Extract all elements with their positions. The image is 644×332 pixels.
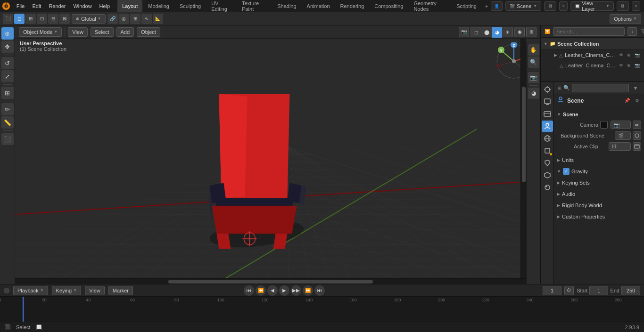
time-settings-btn[interactable]: ⏱ [564, 286, 574, 295]
outliner-sync-btn[interactable]: ↕ [627, 27, 637, 36]
select-menu-btn[interactable]: Select [91, 27, 114, 37]
shading-material[interactable]: ◕ [492, 27, 502, 38]
tab-layout[interactable]: Layout [117, 0, 142, 12]
outliner-filter-btn[interactable] [640, 27, 644, 36]
overlay-btn[interactable]: ◉ [514, 27, 525, 37]
vr-hand-tool[interactable]: ✋ [528, 44, 539, 56]
outliner-vis-1[interactable]: 👁 [618, 62, 624, 69]
toolbar-icon-graph[interactable]: ∿ [141, 14, 152, 24]
outliner-render-0[interactable]: 📷 [634, 52, 640, 58]
prop-gravity-header[interactable]: ▼ ✓ Gravity [557, 166, 641, 177]
scene-avatar[interactable]: 👤 [491, 1, 503, 11]
shading-solid[interactable]: ⬤ [481, 27, 492, 38]
menu-help[interactable]: Help [96, 0, 114, 12]
object-mode-btn[interactable]: Object Mode ▼ [19, 27, 62, 37]
scene-copy-btn[interactable]: ⧉ [544, 1, 556, 11]
prop-camera-edit[interactable]: ✏ [633, 121, 641, 129]
prop-icon-object[interactable] [542, 145, 553, 156]
outliner-vis-0[interactable]: 👁 [618, 52, 624, 58]
view-layer-selector[interactable]: 🔲 View Layer ▼ [570, 1, 614, 11]
tab-scripting[interactable]: Scripting [452, 0, 481, 12]
timeline-record-btn[interactable] [4, 288, 9, 293]
marker-btn[interactable]: Marker [108, 286, 133, 295]
toolbar-icon3[interactable]: ⊞ [25, 14, 36, 24]
menu-edit[interactable]: Edit [28, 0, 45, 12]
options-btn[interactable]: Options ▼ [610, 14, 641, 24]
toolbar-icon5[interactable]: ⊟ [48, 14, 58, 24]
outliner-sel-0[interactable]: ⊕ [626, 52, 632, 58]
prop-icon-output[interactable] [542, 96, 553, 107]
prop-icon-modifier[interactable] [542, 157, 553, 169]
tab-geometry-nodes[interactable]: Geometry Nodes [409, 0, 451, 12]
toolbar-snap[interactable]: 🔗 [107, 14, 118, 24]
toolbar-icon4[interactable]: ⊡ [37, 14, 47, 24]
tab-sculpting[interactable]: Sculpting [175, 0, 206, 12]
outliner-render-1[interactable]: 📷 [634, 62, 640, 69]
shading-rendered[interactable]: ☀ [502, 27, 512, 38]
prop-bg-scene-icon[interactable] [633, 131, 641, 140]
prop-audio-header[interactable]: ▶ Audio [557, 189, 641, 199]
viewport-camera-btn[interactable]: 📷 [459, 27, 469, 37]
step-back-btn[interactable]: ◀ [267, 285, 278, 296]
scene-pin-prop-btn[interactable]: 📌 [623, 97, 631, 105]
add-workspace-button[interactable]: + [482, 1, 491, 11]
toolbar-proportional[interactable]: ◎ [119, 14, 129, 24]
view-layer-copy-btn[interactable]: ⧉ [617, 1, 629, 11]
gizmo-btn[interactable]: ⊞ [526, 27, 537, 37]
view-menu-btn[interactable]: View [68, 27, 88, 37]
viewport-3d[interactable]: Object Mode ▼ View Select Add Object 📷 ◻… [15, 25, 540, 284]
prev-keyframe-btn[interactable]: ⏪ [256, 285, 266, 296]
next-keyframe-btn[interactable]: ⏩ [303, 285, 313, 296]
prop-icon-scene[interactable] [542, 121, 553, 132]
transform-mode-btn[interactable]: ⊕ Global ▼ [72, 14, 106, 24]
playback-btn[interactable]: Playback ▼ [13, 286, 48, 295]
prop-keying-header[interactable]: ▶ Keying Sets [557, 178, 641, 188]
prop-icon-world[interactable] [542, 133, 553, 144]
tab-rendering[interactable]: Rendering [336, 0, 369, 12]
prop-gravity-checkbox[interactable]: ✓ [563, 168, 570, 175]
scene-settings-btn[interactable]: ⚙ [633, 97, 641, 105]
prop-icon-data[interactable] [542, 170, 553, 181]
toolbar-icon-annotate[interactable]: 📐 [153, 14, 163, 24]
object-menu-btn[interactable]: Object [137, 27, 160, 37]
toolbar-cursor[interactable]: ⊕ [1, 27, 14, 40]
tab-animation[interactable]: Animation [302, 0, 335, 12]
end-frame-input[interactable] [621, 286, 640, 295]
jump-end-btn[interactable]: ⏭ [314, 285, 325, 296]
menu-file[interactable]: File [13, 0, 29, 12]
toolbar-icon-snap2[interactable]: ⊞ [130, 14, 140, 24]
prop-active-clip-value[interactable]: 🎞 [609, 142, 631, 151]
outliner-expand-0[interactable]: ▶ [554, 53, 557, 57]
prop-active-clip-icon[interactable] [633, 142, 641, 151]
scene-pin-btn[interactable]: × [559, 1, 568, 11]
outliner-item-1[interactable]: △ Leather_Cinema_Chair_F 👁 ⊕ 📷 [541, 60, 644, 71]
add-menu-btn[interactable]: Add [116, 27, 134, 37]
start-frame-input[interactable] [589, 286, 608, 295]
tab-shading[interactable]: Shading [272, 0, 301, 12]
prop-icon-render[interactable] [542, 84, 553, 95]
toolbar-annotate[interactable]: ✏ [1, 103, 14, 115]
toolbar-rotate[interactable]: ↺ [1, 57, 14, 69]
vr-camera-tool[interactable]: 📷 [528, 72, 539, 83]
menu-window[interactable]: Window [69, 0, 95, 12]
tab-modeling[interactable]: Modeling [143, 0, 174, 12]
prop-units-header[interactable]: ▶ Units [557, 155, 641, 165]
viewport-scrollbar-h[interactable] [15, 278, 526, 284]
toolbar-add-cube[interactable]: ⬛ [1, 133, 14, 145]
view-layer-pin-btn[interactable]: × [632, 1, 640, 11]
toolbar-select-mode[interactable]: ◻ [14, 14, 25, 24]
toolbar-transform[interactable]: ⊞ [1, 87, 14, 99]
current-frame-input[interactable] [543, 286, 561, 295]
shading-wireframe[interactable]: ◻ [471, 27, 481, 38]
tab-texture-paint[interactable]: Texture Paint [237, 0, 272, 12]
prop-filter-btn[interactable]: ▼ [631, 83, 640, 93]
toolbar-measure[interactable]: 📏 [1, 116, 14, 129]
play-btn[interactable]: ▶ [279, 285, 289, 296]
scene-selector[interactable]: 🎬 Scene ▼ [505, 1, 541, 11]
outliner-search-input[interactable] [553, 27, 625, 36]
prop-rigid-body-header[interactable]: ▶ Rigid Body World [557, 200, 641, 211]
scrollbar-thumb-v[interactable] [522, 87, 526, 183]
scrollbar-thumb-h[interactable] [168, 280, 373, 283]
vr-zoom-tool[interactable]: 🔍 [528, 57, 539, 68]
step-forward-btn[interactable]: ▶▶ [291, 285, 301, 296]
